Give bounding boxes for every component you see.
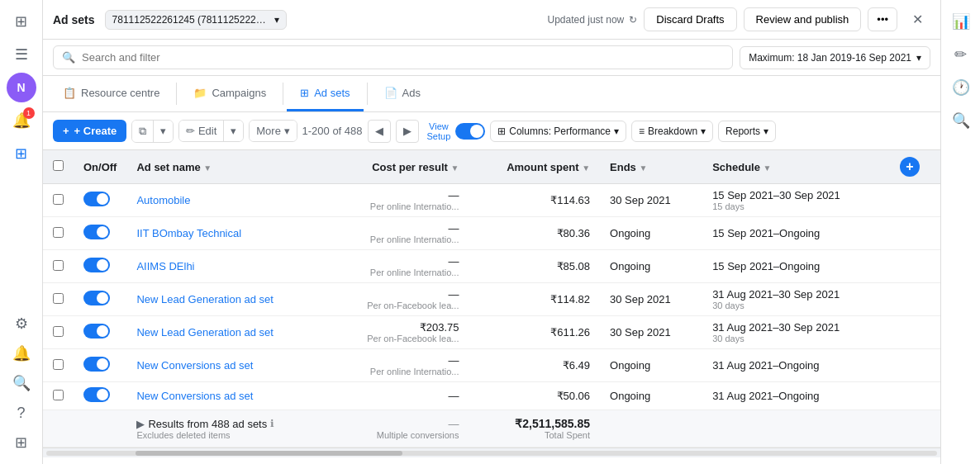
settings-icon[interactable]: ⚙ — [7, 309, 36, 339]
more-button[interactable]: More ▾ — [250, 121, 296, 141]
cost-sub: Per online Internatio... — [337, 234, 459, 244]
cost-value: — — [337, 288, 459, 301]
adset-name-link[interactable]: New Conversions ad set — [136, 359, 253, 372]
row-toggle[interactable] — [83, 225, 110, 239]
adset-name-link[interactable]: Automobile — [136, 194, 190, 206]
amount-spent-header[interactable]: Amount spent ▼ — [469, 150, 600, 184]
view-setup-button[interactable]: View Setup — [427, 121, 451, 141]
row-checkbox-cell[interactable] — [43, 382, 74, 410]
tab-resource-centre[interactable]: 📋 Resource centre — [50, 76, 173, 111]
row-toggle[interactable] — [83, 258, 110, 272]
toggle-cell[interactable] — [74, 184, 126, 217]
row-checkbox-cell[interactable] — [43, 217, 74, 250]
toggle-cell[interactable] — [74, 217, 126, 250]
bell-icon[interactable]: 🔔 — [7, 339, 36, 368]
toggle-cell[interactable] — [74, 283, 126, 316]
info-icon[interactable]: ℹ — [270, 418, 274, 429]
ends-header[interactable]: Ends ▼ — [600, 150, 702, 184]
view-toggle[interactable] — [455, 123, 485, 140]
schedule-cell: 31 Aug 2021–30 Sep 2021 30 days — [702, 316, 890, 349]
search-input[interactable] — [82, 51, 724, 64]
amount-value: ₹114.63 — [550, 194, 590, 206]
row-checkbox[interactable] — [53, 390, 64, 400]
notification-icon[interactable]: 🔔 1 — [7, 106, 36, 135]
review-publish-button[interactable]: Review and publish — [744, 7, 862, 31]
row-checkbox-cell[interactable] — [43, 349, 74, 382]
grid-icon[interactable]: ⊞ — [7, 428, 36, 457]
prev-page-button[interactable]: ◀ — [368, 120, 391, 143]
search-right-icon[interactable]: 🔍 — [946, 106, 976, 135]
close-button[interactable]: ✕ — [904, 7, 930, 33]
row-checkbox[interactable] — [53, 194, 64, 205]
add-column-button[interactable]: + — [900, 157, 920, 177]
tab-campaigns[interactable]: 📁 Campaigns — [180, 76, 279, 111]
row-checkbox-cell[interactable] — [43, 283, 74, 316]
schedule-header[interactable]: Schedule ▼ — [702, 150, 890, 184]
reports-button[interactable]: Reports ▾ — [718, 121, 776, 142]
row-checkbox[interactable] — [53, 359, 64, 370]
row-toggle[interactable] — [83, 192, 110, 206]
adset-name-link[interactable]: AIIMS DElhi — [136, 260, 194, 272]
select-all-header[interactable] — [43, 150, 74, 184]
horizontal-scrollbar[interactable] — [43, 447, 940, 457]
amount-value: ₹85.08 — [557, 260, 591, 272]
edit-button[interactable]: ✏ Edit — [179, 121, 224, 141]
breakdown-button[interactable]: ≡ Breakdown ▾ — [631, 121, 713, 142]
columns-button[interactable]: ⊞ Columns: Performance ▾ — [490, 121, 626, 142]
chart-icon[interactable]: 📊 — [946, 7, 976, 36]
chevron-icon[interactable]: ▶ — [136, 418, 145, 430]
row-action-cell — [890, 250, 940, 283]
adset-name-link[interactable]: New Lead Generation ad set — [136, 326, 274, 339]
discard-drafts-button[interactable]: Discard Drafts — [644, 7, 736, 31]
home-icon[interactable]: ⊞ — [7, 7, 36, 36]
table-icon[interactable]: ⊞ — [7, 139, 36, 168]
row-checkbox[interactable] — [53, 227, 64, 238]
date-range-label: Maximum: 18 Jan 2019-16 Sep 2021 — [749, 52, 911, 64]
history-icon[interactable]: 🕐 — [946, 73, 976, 102]
toggle-cell[interactable] — [74, 382, 126, 410]
add-column-header[interactable]: + — [890, 150, 940, 184]
more-options-button[interactable]: ••• — [868, 7, 897, 31]
select-all-checkbox[interactable] — [53, 160, 64, 171]
toggle-cell[interactable] — [74, 349, 126, 382]
row-toggle[interactable] — [83, 387, 110, 402]
row-checkbox-cell[interactable] — [43, 250, 74, 283]
row-checkbox-cell[interactable] — [43, 184, 74, 217]
help-icon[interactable]: ? — [7, 398, 36, 428]
toggle-cell[interactable] — [74, 316, 126, 349]
row-checkbox-cell[interactable] — [43, 316, 74, 349]
refresh-icon[interactable]: ↻ — [629, 14, 637, 26]
amount-value: ₹611.26 — [550, 326, 590, 339]
adset-name-header[interactable]: Ad set name ▼ — [126, 150, 326, 184]
results-cost-value: — — [337, 418, 459, 430]
adset-name-link[interactable]: New Lead Generation ad set — [136, 293, 274, 305]
schedule-value: 31 Aug 2021–30 Sep 2021 — [712, 288, 880, 301]
next-page-button[interactable]: ▶ — [396, 120, 419, 143]
tab-ads[interactable]: 📄 Ads — [371, 76, 434, 111]
row-toggle[interactable] — [83, 291, 110, 305]
adset-name-link[interactable]: IIT BOmbay Technical — [136, 227, 241, 239]
user-avatar[interactable]: N — [7, 73, 36, 102]
duplicate-dropdown[interactable]: ▾ — [154, 121, 173, 141]
row-checkbox[interactable] — [53, 326, 64, 337]
date-range-selector[interactable]: Maximum: 18 Jan 2019-16 Sep 2021 ▾ — [740, 46, 930, 69]
ends-cell: Ongoing — [600, 217, 702, 250]
search-input-wrap[interactable]: 🔍 — [53, 45, 733, 69]
duplicate-button[interactable]: ⧉ — [132, 121, 154, 142]
menu-icon[interactable]: ☰ — [7, 40, 36, 69]
row-toggle[interactable] — [83, 324, 110, 339]
edit-dropdown[interactable]: ▾ — [224, 121, 243, 141]
edit-right-icon[interactable]: ✏ — [946, 40, 976, 69]
row-checkbox[interactable] — [53, 293, 64, 304]
adset-name-link[interactable]: New Conversions ad set — [136, 390, 253, 402]
row-checkbox[interactable] — [53, 260, 64, 271]
create-button[interactable]: + + Create — [53, 120, 126, 142]
toggle-cell[interactable] — [74, 250, 126, 283]
account-selector[interactable]: 781112522261245 (78111252226124... ▾ — [105, 10, 287, 30]
row-toggle[interactable] — [83, 357, 110, 372]
search-sidebar-icon[interactable]: 🔍 — [7, 368, 36, 398]
cost-per-result-cell: — Per online Internatio... — [327, 250, 469, 283]
cost-per-result-header[interactable]: Cost per result ▼ — [327, 150, 469, 184]
tab-ad-sets[interactable]: ⊞ Ad sets — [287, 76, 363, 111]
cost-per-result-cell: — — [327, 382, 469, 410]
